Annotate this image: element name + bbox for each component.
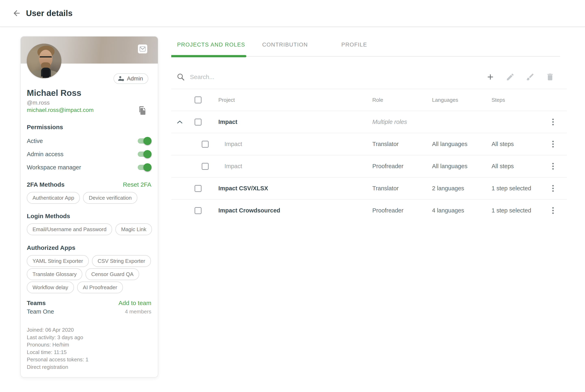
reset-2fa-link[interactable]: Reset 2FA — [123, 181, 151, 188]
login-methods-title: Login Methods — [27, 213, 70, 220]
toggle-knob — [144, 163, 152, 172]
clear-filter-button[interactable] — [526, 72, 534, 82]
permission-row-workspace-manager: Workspace manager — [27, 161, 151, 174]
admin-person-gear-icon — [118, 76, 124, 82]
row-checkbox[interactable] — [202, 163, 208, 170]
twofa-chip: Device verification — [83, 192, 137, 204]
meta-pronouns: Pronouns: He/him — [27, 341, 151, 348]
project-name: Impact Crowdsourced — [218, 200, 280, 222]
role-cell: Translator — [372, 133, 431, 155]
tab-contribution[interactable]: CONTRIBUTION — [250, 42, 320, 48]
tab-projects-and-roles[interactable]: PROJECTS AND ROLES — [171, 42, 250, 48]
table-row-group-impact: Impact Multiple roles — [171, 111, 567, 133]
trash-icon — [546, 72, 554, 82]
app-chip: YAML String Exporter — [27, 255, 89, 267]
meta-local-time: Local time: 11:15 — [27, 348, 151, 356]
project-name: Impact — [218, 111, 237, 133]
collapse-row-button[interactable] — [176, 111, 183, 133]
table-row-impact-crowdsourced: Impact Crowdsourced Proofreader 4 langua… — [171, 200, 567, 222]
toggle-admin-access[interactable] — [138, 152, 151, 157]
twofa-header: 2FA Methods Reset 2FA — [27, 181, 151, 188]
app-chip: CSV String Exporter — [92, 255, 151, 267]
column-header-role: Role — [372, 89, 431, 111]
row-menu-kebab-icon[interactable] — [551, 206, 555, 216]
team-row: Team One 4 members — [27, 308, 151, 315]
languages-cell: All languages — [432, 133, 491, 155]
team-name: Team One — [27, 308, 54, 315]
authorized-apps-chips: YAML String Exporter CSV String Exporter… — [27, 255, 152, 293]
avatar-glasses — [40, 56, 52, 61]
languages-cell: 4 languages — [432, 200, 491, 222]
meta-last-activity: Last activity: 3 days ago — [27, 334, 151, 341]
send-email-button[interactable] — [138, 44, 147, 54]
steps-cell — [492, 111, 552, 133]
delete-button[interactable] — [546, 72, 554, 82]
row-menu-kebab-icon[interactable] — [551, 161, 555, 171]
table-header-row: Project Role Languages Steps — [171, 89, 567, 111]
search-icon — [175, 72, 186, 82]
teams-header: Teams Add to team — [27, 300, 151, 306]
table-row-impact-translator: Impact Translator All languages All step… — [171, 133, 567, 156]
toggle-knob — [144, 150, 152, 158]
permission-label: Admin access — [27, 151, 64, 158]
toggle-knob — [144, 137, 152, 145]
tab-profile[interactable]: PROFILE — [320, 42, 376, 48]
table-row-impact-csv-xlsx: Impact CSV/XLSX Translator 2 languages 1… — [171, 178, 567, 200]
user-name: Michael Ross — [27, 88, 81, 98]
row-checkbox[interactable] — [194, 118, 202, 126]
add-button[interactable] — [486, 72, 495, 82]
user-handle: @m.ross — [27, 100, 50, 106]
twofa-chip: Authenticator App — [27, 192, 80, 204]
permissions-header: Permissions — [27, 124, 151, 130]
app-chip: Translate Glossary — [27, 268, 82, 280]
copy-email-button[interactable] — [137, 106, 147, 115]
row-checkbox[interactable] — [202, 141, 208, 148]
authorized-apps-header: Authorized Apps — [27, 244, 151, 251]
add-to-team-link[interactable]: Add to team — [118, 300, 151, 306]
edit-button[interactable] — [506, 72, 515, 82]
arrow-left-icon — [12, 9, 21, 18]
permission-label: Workspace manager — [27, 164, 81, 171]
search-input[interactable] — [190, 71, 414, 83]
permission-label: Active — [27, 138, 43, 144]
top-bar: User details — [0, 0, 585, 27]
project-name: Impact CSV/XLSX — [218, 178, 268, 199]
row-menu-kebab-icon[interactable] — [551, 139, 555, 149]
toggle-active[interactable] — [138, 138, 151, 144]
toolbar-buttons — [486, 65, 554, 89]
app-chip: Censor Guard QA — [86, 268, 139, 280]
languages-cell: All languages — [432, 156, 491, 177]
avatar — [27, 44, 61, 78]
profile-card: Admin Michael Ross @m.ross michael.ross@… — [20, 36, 158, 378]
select-all-checkbox[interactable] — [194, 96, 202, 104]
column-header-steps: Steps — [492, 89, 552, 111]
languages-cell — [432, 111, 491, 133]
role-cell: Translator — [372, 178, 431, 199]
toggle-workspace-manager[interactable] — [138, 165, 151, 170]
steps-cell: 1 step selected — [492, 178, 552, 199]
app-chip: AI Proofreader — [77, 282, 123, 293]
column-header-languages: Languages — [432, 89, 491, 111]
avatar-collar — [43, 70, 49, 78]
steps-cell: All steps — [492, 133, 552, 155]
project-name: Impact — [224, 156, 242, 177]
row-checkbox[interactable] — [194, 207, 202, 214]
authorized-apps-title: Authorized Apps — [27, 244, 75, 251]
user-email-link[interactable]: michael.ross@impact.com — [27, 107, 94, 113]
tabs-bar: PROJECTS AND ROLES CONTRIBUTION PROFILE — [171, 34, 567, 57]
permissions-title: Permissions — [27, 124, 63, 130]
copy-icon — [138, 106, 146, 115]
page-title: User details — [26, 9, 72, 18]
user-details-page: User details — [0, 0, 585, 392]
active-tab-indicator — [171, 55, 246, 57]
row-menu-kebab-icon[interactable] — [551, 117, 555, 127]
back-button[interactable] — [10, 7, 23, 19]
team-members-count: 4 members — [125, 308, 151, 315]
chevron-up-icon — [176, 120, 183, 124]
plus-icon — [486, 72, 495, 82]
role-cell: Multiple roles — [372, 111, 431, 133]
table-toolbar — [171, 65, 567, 89]
meta-access-tokens: Personal access tokens: 1 — [27, 356, 151, 363]
row-checkbox[interactable] — [194, 185, 202, 192]
row-menu-kebab-icon[interactable] — [551, 184, 555, 193]
